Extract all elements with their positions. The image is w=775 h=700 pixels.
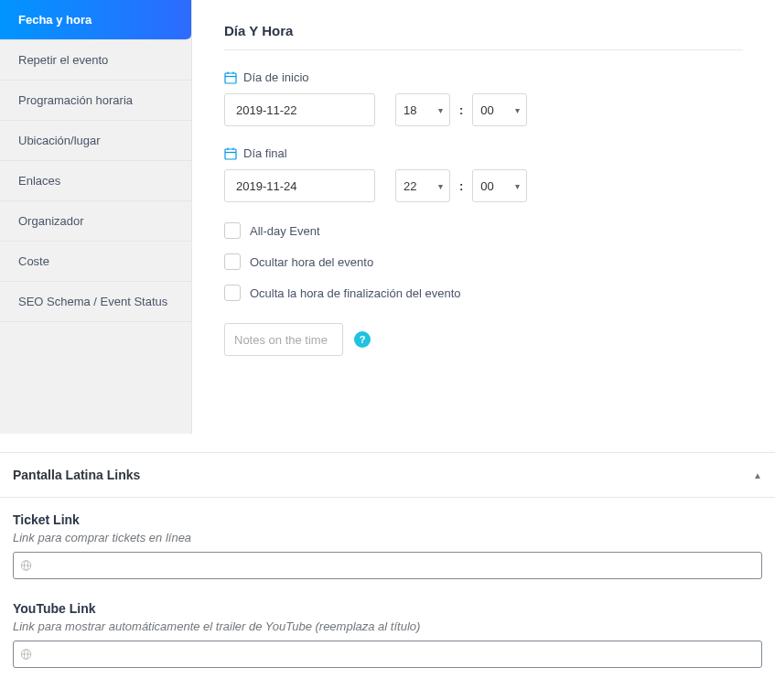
- start-date-input[interactable]: [224, 93, 375, 126]
- help-icon[interactable]: ?: [354, 331, 371, 348]
- sidebar-item-coste[interactable]: Coste: [0, 242, 191, 282]
- start-minute-select[interactable]: 00: [472, 93, 527, 126]
- panel-header[interactable]: Pantalla Latina Links ▲: [0, 452, 775, 498]
- ticket-link-input[interactable]: [13, 552, 762, 579]
- sidebar-item-fecha-hora[interactable]: Fecha y hora: [0, 0, 191, 40]
- hide-time-label: Ocultar hora del evento: [250, 255, 373, 269]
- sidebar-item-seo-schema[interactable]: SEO Schema / Event Status: [0, 282, 191, 322]
- link-block-youtube: YouTube Link Link para mostrar automátic…: [0, 587, 775, 675]
- section-title: Día Y Hora: [224, 23, 743, 50]
- calendar-icon: [224, 147, 237, 160]
- sidebar-item-programacion[interactable]: Programación horaria: [0, 81, 191, 121]
- sidebar-item-repetir[interactable]: Repetir el evento: [0, 40, 191, 81]
- links-panel: Pantalla Latina Links ▲ Ticket Link Link…: [0, 452, 775, 675]
- hide-end-time-checkbox[interactable]: [224, 285, 241, 301]
- end-date-label: Día final: [224, 146, 743, 160]
- svg-rect-4: [225, 149, 236, 159]
- end-hour-select[interactable]: 22: [395, 169, 450, 202]
- link-block-ticket: Ticket Link Link para comprar tickets en…: [0, 498, 775, 587]
- panel-title: Pantalla Latina Links: [13, 468, 140, 482]
- start-hour-select[interactable]: 18: [395, 93, 450, 126]
- collapse-icon: ▲: [753, 470, 762, 480]
- globe-icon: [20, 560, 32, 572]
- time-colon: :: [459, 103, 463, 117]
- link-title: Ticket Link: [13, 512, 762, 527]
- end-date-input[interactable]: [224, 169, 375, 202]
- allday-checkbox[interactable]: [224, 222, 241, 239]
- link-title: YouTube Link: [13, 601, 762, 616]
- sidebar-item-ubicacion[interactable]: Ubicación/lugar: [0, 121, 191, 161]
- start-date-label: Día de inicio: [224, 70, 743, 84]
- globe-icon: [20, 649, 32, 661]
- hide-time-checkbox[interactable]: [224, 253, 241, 270]
- svg-rect-0: [225, 73, 236, 83]
- sidebar: Fecha y hora Repetir el evento Programac…: [0, 0, 192, 434]
- link-desc: Link para mostrar automáticamente el tra…: [13, 619, 762, 633]
- content-panel: Día Y Hora Día de inicio 18 ▾ : 00 ▾: [192, 0, 775, 434]
- allday-label: All-day Event: [250, 224, 320, 238]
- time-colon: :: [459, 179, 463, 193]
- link-desc: Link para comprar tickets en línea: [13, 531, 762, 544]
- sidebar-item-organizador[interactable]: Organizador: [0, 201, 191, 242]
- hide-end-time-label: Oculta la hora de finalización del event…: [250, 286, 461, 300]
- notes-input[interactable]: [224, 323, 343, 356]
- end-minute-select[interactable]: 00: [472, 169, 527, 202]
- calendar-icon: [224, 71, 237, 84]
- youtube-link-input[interactable]: [13, 641, 762, 668]
- sidebar-item-enlaces[interactable]: Enlaces: [0, 161, 191, 201]
